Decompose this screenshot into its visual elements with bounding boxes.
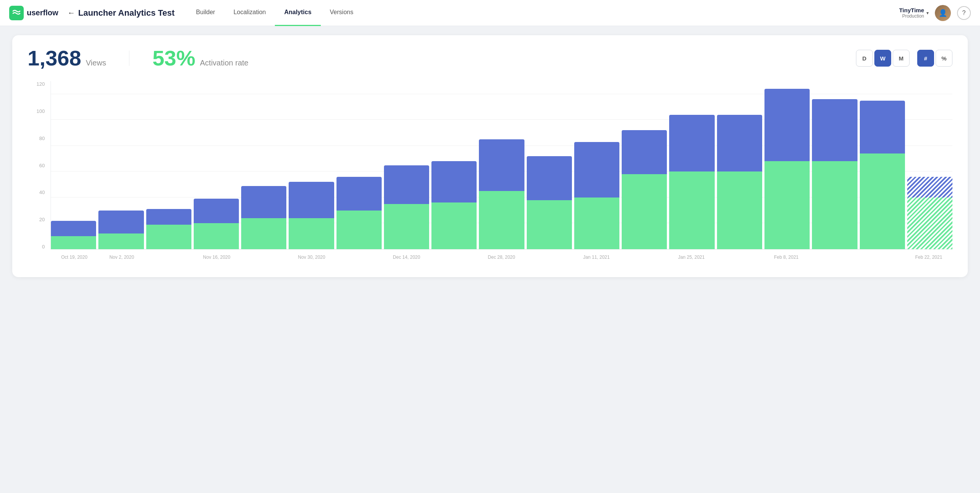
x-label-item: Jan 25, 2021 — [668, 250, 715, 265]
logo-text: userflow — [27, 8, 58, 17]
bar-stack[interactable] — [574, 142, 619, 249]
tab-analytics[interactable]: Analytics — [275, 0, 320, 26]
y-label-120: 120 — [28, 81, 49, 87]
bar-stack[interactable] — [622, 130, 667, 249]
bar-bottom — [51, 236, 96, 249]
bar-group — [717, 81, 762, 249]
header: userflow ← Launcher Analytics Test Build… — [0, 0, 980, 26]
stat-separator — [129, 51, 129, 66]
time-week-button[interactable]: W — [874, 50, 891, 67]
logo-area: userflow — [9, 6, 58, 20]
bar-bottom — [98, 233, 144, 249]
workspace-title: TinyTime — [899, 7, 924, 13]
bar-top — [527, 156, 572, 200]
x-label-item — [335, 250, 383, 265]
bar-stack[interactable] — [717, 115, 762, 249]
bar-group — [98, 81, 144, 249]
header-right: TinyTime Production ▾ 👤 ? — [899, 5, 971, 21]
bar-top — [622, 130, 667, 174]
chart-container: 0 20 40 60 80 100 120 Oct 19, 2020Nov 2,… — [28, 81, 952, 265]
bar-top — [860, 101, 905, 153]
activation-rate-label: Activation rate — [200, 59, 248, 67]
bar-top — [717, 115, 762, 172]
bar-stack[interactable] — [431, 161, 477, 249]
bar-top — [669, 115, 714, 172]
x-label-item: Feb 8, 2021 — [763, 250, 810, 265]
bar-group — [289, 81, 334, 249]
type-count-button[interactable]: # — [917, 50, 934, 67]
bar-top — [98, 211, 144, 234]
bar-bottom — [289, 218, 334, 249]
x-label-item: Dec 28, 2020 — [478, 250, 525, 265]
bar-bottom — [669, 171, 714, 249]
bar-group — [764, 81, 810, 249]
bar-stack[interactable] — [241, 186, 286, 249]
views-value: 1,368 — [28, 47, 81, 69]
bar-top — [289, 182, 334, 218]
bar-stack[interactable] — [98, 211, 144, 249]
chart-area — [51, 81, 952, 250]
bar-top — [574, 142, 619, 198]
bar-group — [669, 81, 714, 249]
bar-group — [479, 81, 524, 249]
x-label-item — [145, 250, 193, 265]
userflow-logo — [9, 6, 24, 20]
bar-top — [764, 89, 810, 161]
bar-group — [860, 81, 905, 249]
bar-group — [527, 81, 572, 249]
time-day-button[interactable]: D — [856, 50, 873, 67]
bar-group — [574, 81, 619, 249]
bar-top — [479, 139, 524, 191]
back-button[interactable]: ← — [64, 5, 78, 20]
x-label-item — [620, 250, 668, 265]
bar-bottom — [574, 198, 619, 249]
x-label-item — [858, 250, 905, 265]
bar-bottom — [622, 174, 667, 249]
tab-versions[interactable]: Versions — [321, 0, 363, 26]
x-label-item — [715, 250, 763, 265]
bar-bottom — [907, 198, 952, 249]
bar-bottom — [527, 200, 572, 249]
bar-top — [241, 186, 286, 218]
x-label-item — [525, 250, 573, 265]
bar-top — [907, 177, 952, 198]
bar-group — [241, 81, 286, 249]
nav-tabs: Builder Localization Analytics Versions — [187, 0, 899, 26]
y-label-60: 60 — [28, 163, 49, 168]
x-label-item — [240, 250, 288, 265]
x-label-item: Feb 22, 2021 — [905, 250, 952, 265]
bar-bottom — [146, 225, 191, 249]
bar-stack[interactable] — [384, 165, 429, 250]
bar-stack[interactable] — [764, 89, 810, 249]
workspace-selector[interactable]: TinyTime Production ▾ — [899, 7, 929, 19]
bar-stack[interactable] — [336, 177, 382, 249]
bar-stack[interactable] — [194, 199, 239, 249]
y-label-100: 100 — [28, 108, 49, 114]
time-month-button[interactable]: M — [893, 50, 910, 67]
tab-localization[interactable]: Localization — [224, 0, 275, 26]
analytics-card: 1,368 Views 53% Activation rate D W M # … — [12, 35, 968, 277]
help-button[interactable]: ? — [957, 6, 971, 20]
x-labels: Oct 19, 2020Nov 2, 2020Nov 16, 2020Nov 3… — [51, 250, 952, 265]
bar-stack[interactable] — [146, 209, 191, 249]
y-label-80: 80 — [28, 135, 49, 141]
bar-stack[interactable] — [479, 139, 524, 249]
bar-stack[interactable] — [669, 115, 714, 249]
bar-stack[interactable] — [907, 177, 952, 249]
chevron-down-icon: ▾ — [926, 10, 929, 16]
bar-stack[interactable] — [812, 99, 857, 249]
main-content: 1,368 Views 53% Activation rate D W M # … — [0, 26, 980, 286]
bar-group — [384, 81, 429, 249]
bar-stack[interactable] — [527, 156, 572, 249]
bar-bottom — [764, 161, 810, 249]
tab-builder[interactable]: Builder — [187, 0, 224, 26]
avatar[interactable]: 👤 — [935, 5, 951, 21]
bar-bottom — [860, 153, 905, 249]
bar-stack[interactable] — [860, 101, 905, 249]
workspace-env: Production — [899, 13, 924, 19]
bar-stack[interactable] — [51, 221, 96, 249]
type-percent-button[interactable]: % — [936, 50, 952, 67]
bar-bottom — [479, 191, 524, 249]
workspace-name: TinyTime Production — [899, 7, 924, 19]
bar-stack[interactable] — [289, 182, 334, 249]
